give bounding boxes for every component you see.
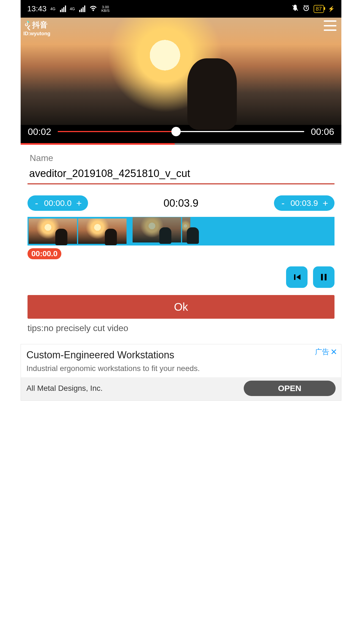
mute-icon: [292, 4, 299, 13]
video-seek-track[interactable]: [58, 131, 304, 132]
video-preview[interactable]: ‹ 抖音 ID:wyutong 00:02 00:06: [21, 18, 341, 144]
name-label: Name: [30, 153, 334, 163]
ad-banner[interactable]: 广告 ✕ Custom-Engineered Workstations Indu…: [21, 344, 341, 401]
ok-button[interactable]: Ok: [28, 295, 334, 319]
end-minus-button[interactable]: -: [278, 198, 288, 209]
timeline-selection[interactable]: [28, 219, 128, 244]
start-time-pill: - 00:00.0 +: [28, 195, 88, 211]
duration-value: 00:03.9: [164, 197, 199, 209]
name-input[interactable]: [28, 166, 334, 184]
watermark-id: ID:wyutong: [23, 31, 50, 37]
status-bar: 13:43 4G 4G 3.00 KB/S 87 ⚡: [21, 0, 341, 18]
clock-time: 13:43: [27, 4, 46, 13]
start-plus-button[interactable]: +: [74, 198, 84, 209]
ad-tag: 广告 ✕: [315, 347, 337, 357]
timeline-thumb: [78, 219, 127, 244]
video-current-time: 00:02: [28, 126, 51, 137]
video-watermark: 抖音 ID:wyutong: [23, 20, 50, 37]
timeline-thumb: [133, 217, 181, 242]
timeline-strip[interactable]: [28, 217, 334, 245]
charging-icon: ⚡: [328, 6, 335, 12]
video-seek-thumb[interactable]: [171, 127, 181, 136]
position-badge: 00:00.0: [28, 248, 61, 259]
video-total-time: 00:06: [311, 126, 334, 137]
timeline-thumb: [182, 217, 190, 242]
signal-icon-1: [60, 6, 66, 12]
net-speed: 3.00 KB/S: [101, 5, 109, 12]
network-label-1: 4G: [50, 7, 56, 11]
wifi-icon: [89, 4, 97, 13]
watermark-app: 抖音: [32, 20, 48, 30]
video-bottom-progress: [21, 143, 341, 145]
end-plus-button[interactable]: +: [321, 198, 330, 209]
douyin-icon: [23, 20, 31, 30]
ad-open-button[interactable]: OPEN: [244, 381, 336, 396]
skip-previous-button[interactable]: [286, 266, 308, 288]
video-progress-row: 00:02 00:06: [21, 124, 341, 139]
start-time-value: 00:00.0: [41, 198, 74, 208]
end-time-value: 00:03.9: [288, 198, 321, 208]
menu-button[interactable]: [324, 20, 336, 31]
video-frame-silhouette: [187, 58, 237, 130]
timeline-thumb: [29, 219, 77, 244]
battery-indicator: 87: [314, 5, 324, 13]
start-minus-button[interactable]: -: [32, 198, 41, 209]
ad-subtitle: Industrial ergonomic workstations to fit…: [26, 364, 336, 373]
ad-company: All Metal Designs, Inc.: [26, 384, 103, 393]
ad-title: Custom-Engineered Workstations: [26, 349, 336, 361]
pause-button[interactable]: [313, 266, 334, 288]
tips-text: tips:no precisely cut video: [28, 323, 334, 333]
signal-icon-2: [79, 6, 85, 12]
video-bottom-progress-fill: [21, 143, 175, 145]
video-seek-fill: [58, 131, 176, 132]
end-time-pill: - 00:03.9 +: [274, 195, 334, 211]
ad-close-icon[interactable]: ✕: [330, 347, 337, 357]
video-frame: [21, 18, 341, 125]
alarm-icon: [303, 4, 310, 13]
network-label-2: 4G: [70, 7, 75, 11]
